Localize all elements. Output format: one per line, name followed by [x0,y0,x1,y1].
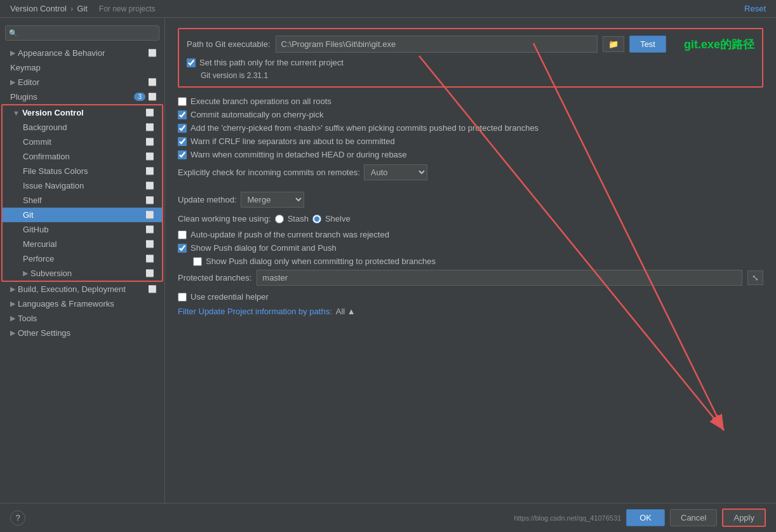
settings-dialog: Version Control › Git For new projects R… [0,0,776,532]
sidebar-item-label: Mercurial [23,239,143,249]
arrow-icon: ▶ [10,314,15,323]
url-text: https://blog.csdn.net/qq_41076531 [514,514,621,522]
git-exe-annotation: git.exe的路径 [684,37,754,52]
copy-icon: ⬜ [145,167,154,175]
sidebar-item-editor[interactable]: ▶ Editor ⬜ [0,75,164,90]
show-push-checkbox[interactable] [178,244,187,253]
sidebar-item-mercurial[interactable]: Mercurial ⬜ [3,237,162,251]
show-push-protected-row: Show Push dialog only when committing to… [178,256,763,266]
path-input[interactable] [276,36,598,53]
cherry-picked-row: Add the 'cherry-picked from <hash>' suff… [178,123,763,133]
sidebar-item-label: Version Control [22,108,143,117]
credential-helper-checkbox[interactable] [178,293,187,302]
sidebar-item-appearance[interactable]: ▶ Appearance & Behavior ⬜ [0,46,164,60]
commit-auto-checkbox[interactable] [178,110,187,119]
cancel-button[interactable]: Cancel [670,509,717,526]
update-method-dropdown[interactable]: Merge Rebase [241,192,304,208]
shelve-radio[interactable] [312,215,321,223]
sidebar-item-label: Appearance & Behavior [18,48,145,58]
sidebar-item-label: Keymap [10,63,157,72]
copy-icon: ⬜ [145,240,154,248]
sidebar-item-build[interactable]: ▶ Build, Execution, Deployment ⬜ [0,282,164,296]
arrow-icon: ▶ [10,329,15,337]
sidebar-item-shelf[interactable]: Shelf ⬜ [3,193,162,208]
copy-icon: ⬜ [148,285,157,293]
sidebar-item-label: Perforce [23,254,143,263]
sidebar-item-label: Shelf [23,196,143,205]
breadcrumb-bar: Version Control › Git For new projects R… [0,0,776,18]
commit-auto-row: Commit automatically on cherry-pick [178,110,763,119]
sidebar-item-confirmation[interactable]: Confirmation ⬜ [3,149,162,164]
git-version-text: Git version is 2.31.1 [187,71,754,80]
sidebar-item-label: Background [23,123,143,132]
search-box[interactable]: 🔍 [5,25,159,41]
sidebar-item-version-control[interactable]: ▼ Version Control ⬜ [3,105,162,120]
incoming-commits-dropdown[interactable]: Auto Never Always [364,164,427,180]
sidebar-item-plugins[interactable]: Plugins 3 ⬜ [0,90,164,104]
sidebar-item-label: Build, Execution, Deployment [18,284,145,294]
sidebar-item-background[interactable]: Background ⬜ [3,120,162,135]
apply-button[interactable]: Apply [722,509,766,527]
show-push-label: Show Push dialog for Commit and Push [191,243,337,253]
warn-detached-checkbox[interactable] [178,150,187,159]
stash-radio[interactable] [275,215,284,223]
reset-button[interactable]: Reset [744,4,766,13]
sidebar-item-keymap[interactable]: Keymap [0,60,164,75]
sidebar-item-perforce[interactable]: Perforce ⬜ [3,251,162,266]
warn-crlf-row: Warn if CRLF line separators are about t… [178,136,763,146]
sidebar-item-label: Editor [18,77,145,87]
copy-icon: ⬜ [148,49,157,57]
search-input[interactable] [5,25,159,41]
expand-protected-button[interactable]: ⤡ [747,270,763,285]
sidebar-item-languages[interactable]: ▶ Languages & Frameworks [0,296,164,311]
filter-value[interactable]: All ▲ [336,307,356,316]
folder-browse-button[interactable]: 📁 [603,36,624,52]
sidebar-item-label: Languages & Frameworks [18,299,157,309]
update-method-row: Update method: Merge Rebase [178,192,763,208]
sidebar-item-label: Git [23,210,143,220]
sidebar-item-label: File Status Colors [23,166,143,176]
sidebar-item-other-settings[interactable]: ▶ Other Settings [0,326,164,340]
protected-branches-input[interactable] [257,270,742,286]
protected-branches-label: Protected branches: [178,273,251,283]
copy-icon: ⬜ [145,211,154,219]
breadcrumb-section: Version Control [10,4,67,13]
cherry-picked-checkbox[interactable] [178,124,187,133]
plugins-badge: 3 [134,93,145,101]
arrow-icon: ▼ [13,109,20,117]
auto-update-checkbox[interactable] [178,230,187,239]
sidebar-item-subversion[interactable]: ▶ Subversion ⬜ [3,266,162,281]
sidebar-item-commit[interactable]: Commit ⬜ [3,135,162,149]
copy-icon: ⬜ [145,182,154,190]
sidebar-item-label: Tools [18,314,157,323]
copy-icon: ⬜ [145,138,154,146]
content-panel: Path to Git executable: 📁 Test git.exe的路… [165,18,776,503]
sidebar-item-tools[interactable]: ▶ Tools [0,311,164,326]
sidebar-item-github[interactable]: GitHub ⬜ [3,222,162,237]
warn-crlf-checkbox[interactable] [178,137,187,146]
cherry-picked-label: Add the 'cherry-picked from <hash>' suff… [191,123,539,133]
path-label: Path to Git executable: [187,39,271,49]
filter-label[interactable]: Filter Update Project information by pat… [178,307,332,316]
set-path-checkbox[interactable] [187,58,196,67]
execute-branch-checkbox[interactable] [178,97,187,106]
copy-icon: ⬜ [148,78,157,86]
breadcrumb-current: Git [77,4,88,13]
sidebar-item-issue-navigation[interactable]: Issue Navigation ⬜ [3,178,162,193]
test-button[interactable]: Test [629,36,666,53]
sidebar-item-file-status-colors[interactable]: File Status Colors ⬜ [3,164,162,178]
ok-button[interactable]: OK [626,509,665,526]
arrow-icon: ▶ [23,269,28,277]
sidebar-item-git[interactable]: Git ⬜ [3,208,162,222]
show-push-protected-checkbox[interactable] [193,257,202,266]
credential-helper-label: Use credential helper [191,292,269,302]
copy-icon: ⬜ [145,152,154,161]
incoming-commits-label: Explicitly check for incoming commits on… [178,168,360,177]
help-button[interactable]: ? [10,510,25,526]
bottom-bar: ? https://blog.csdn.net/qq_41076531 OK C… [0,503,776,532]
set-path-row: Set this path only for the current proje… [187,58,754,67]
warn-detached-label: Warn when committing in detached HEAD or… [191,150,407,159]
copy-icon: ⬜ [148,93,157,101]
show-push-protected-label: Show Push dialog only when committing to… [206,256,436,266]
copy-icon: ⬜ [145,225,154,234]
